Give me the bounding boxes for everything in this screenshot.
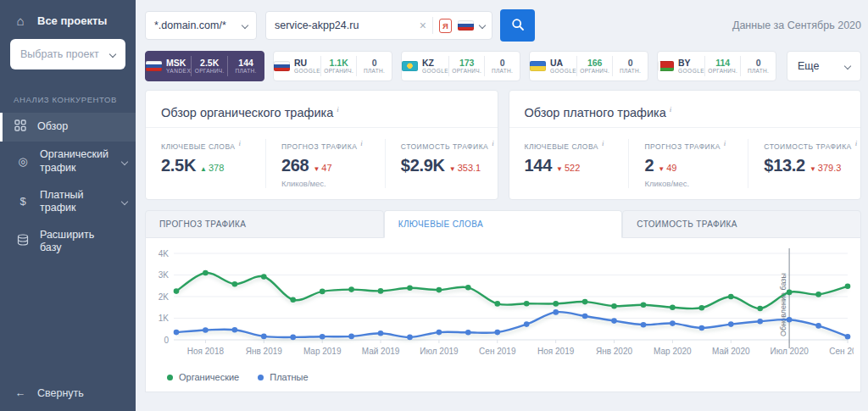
info-icon[interactable]: i bbox=[360, 139, 363, 147]
metric-traffic-cost: СТОИМОСТЬ ТРАФИКАi $2.9K ▼353.1 bbox=[385, 139, 493, 188]
engine-label: GOOGLE bbox=[422, 68, 448, 74]
region-code: KZ bbox=[422, 58, 434, 68]
info-icon[interactable]: i bbox=[602, 139, 604, 147]
legend-label: Платные bbox=[270, 372, 308, 382]
tab-traffic-cost[interactable]: СТОИМОСТЬ ТРАФИКА bbox=[622, 210, 861, 238]
legend-item-paid[interactable]: Платные bbox=[258, 372, 308, 382]
region-card-ua-google[interactable]: UAGOOGLE 166ОРГАНИЧ. 0ПЛАТН. bbox=[529, 51, 648, 81]
svg-text:Янв 2020: Янв 2020 bbox=[596, 347, 633, 356]
region-card-ru-google[interactable]: RUGOOGLE 1.1KОРГАНИЧ. 0ПЛАТН. bbox=[273, 51, 392, 81]
engine-label: YANDEX bbox=[166, 68, 191, 74]
svg-text:Мар 2019: Мар 2019 bbox=[303, 347, 342, 356]
legend-item-organic[interactable]: Органические bbox=[167, 372, 239, 382]
svg-text:Обновление базы: Обновление базы bbox=[779, 273, 787, 336]
organic-count: 166 bbox=[587, 58, 603, 68]
region-card-by-google[interactable]: BYGOOGLE 114ОРГАНИЧ. 0ПЛАТН. bbox=[657, 51, 776, 81]
domain-filter-select[interactable]: *.domain.com/* bbox=[145, 11, 257, 40]
metric-traffic-forecast: ПРОГНОЗ ТРАФИКАi 268 ▼47 Кликов/мес. bbox=[265, 139, 385, 188]
organic-caption: ОРГАНИЧ. bbox=[708, 68, 737, 74]
database-icon bbox=[16, 234, 30, 249]
paid-overview-panel: Обзор платного трафикаi КЛЮЧЕВЫЕ СЛОВАi … bbox=[509, 90, 862, 200]
sidebar-item-organic-traffic[interactable]: ◎ Органический трафик bbox=[0, 142, 136, 181]
panel-title: Обзор органического трафикаi bbox=[146, 91, 498, 128]
info-icon[interactable]: i bbox=[337, 105, 339, 114]
all-projects-link[interactable]: ⌂ Все проекты bbox=[0, 0, 136, 28]
russia-flag-icon bbox=[146, 61, 162, 71]
organic-caption: ОРГАНИЧ. bbox=[324, 68, 353, 74]
search-icon bbox=[511, 18, 525, 34]
svg-text:Янв 2019: Янв 2019 bbox=[246, 347, 283, 356]
organic-count: 173 bbox=[459, 58, 475, 68]
metric-traffic-cost: СТОИМОСТЬ ТРАФИКАi $13.2 ▼379.3 bbox=[748, 139, 856, 188]
arrow-down-icon: ▼ bbox=[313, 165, 320, 173]
svg-text:2K: 2K bbox=[159, 292, 170, 302]
paid-caption: ПЛАТН. bbox=[364, 68, 385, 74]
metric-keywords: КЛЮЧЕВЫЕ СЛОВАi 144 ▼522 bbox=[509, 139, 629, 188]
organic-count: 2.5K bbox=[200, 58, 219, 68]
paid-count: 144 bbox=[238, 58, 253, 68]
info-icon[interactable]: i bbox=[492, 139, 494, 147]
divider bbox=[432, 17, 433, 34]
project-select[interactable]: Выбрать проект bbox=[10, 39, 125, 69]
chevron-down-icon bbox=[121, 198, 128, 205]
organic-overview-panel: Обзор органического трафикаi КЛЮЧЕВЫЕ СЛ… bbox=[145, 90, 498, 200]
sidebar-item-label: Расширить базу bbox=[40, 229, 118, 255]
sidebar: ⌂ Все проекты Выбрать проект АНАЛИЗ КОНК… bbox=[0, 0, 136, 411]
search-button[interactable] bbox=[500, 9, 535, 42]
region-code: UA bbox=[550, 58, 563, 68]
search-input[interactable] bbox=[275, 19, 414, 31]
more-regions-button[interactable]: Еще bbox=[787, 51, 861, 81]
arrow-down-icon: ▼ bbox=[556, 165, 563, 173]
region-card-kz-google[interactable]: KZGOOGLE 173ОРГАНИЧ. 0ПЛАТН. bbox=[401, 51, 520, 81]
info-icon[interactable]: i bbox=[855, 139, 858, 147]
sidebar-item-label: Обзор bbox=[37, 120, 68, 134]
region-card-msk-yandex[interactable]: MSKYANDEX 2.5KОРГАНИЧ. 144ПЛАТН. bbox=[145, 51, 264, 81]
topbar: *.domain.com/* × Я Данные за Сентябрь 20… bbox=[145, 0, 861, 51]
chevron-down-icon bbox=[844, 63, 851, 69]
organic-caption: ОРГАНИЧ. bbox=[580, 68, 609, 74]
svg-text:Мар 2020: Мар 2020 bbox=[654, 347, 692, 356]
back-arrow-icon: ← bbox=[14, 387, 27, 399]
info-icon[interactable]: i bbox=[239, 139, 242, 147]
search-box: × Я bbox=[265, 11, 492, 40]
line-chart[interactable]: 01K2K3K4KНоя 2018Янв 2019Мар 2019Май 201… bbox=[153, 245, 854, 364]
collapse-sidebar-button[interactable]: ← Свернуть bbox=[14, 387, 84, 399]
organic-count: 114 bbox=[715, 58, 730, 68]
info-icon[interactable]: i bbox=[724, 139, 726, 147]
chevron-down-icon[interactable] bbox=[479, 22, 486, 29]
svg-text:Июл 2019: Июл 2019 bbox=[420, 347, 459, 356]
sidebar-item-expand-base[interactable]: Расширить базу bbox=[0, 222, 136, 262]
organic-caption: ОРГАНИЧ. bbox=[195, 68, 225, 74]
engine-label: GOOGLE bbox=[678, 68, 704, 74]
svg-text:Сен 2019: Сен 2019 bbox=[479, 347, 516, 356]
clear-icon[interactable]: × bbox=[420, 19, 426, 32]
tab-traffic-forecast[interactable]: ПРОГНОЗ ТРАФИКА bbox=[145, 210, 384, 238]
chevron-down-icon bbox=[242, 22, 248, 29]
arrow-down-icon: ▼ bbox=[449, 165, 456, 173]
organic-count: 1.1K bbox=[330, 58, 348, 68]
overview-panels: Обзор органического трафикаi КЛЮЧЕВЫЕ СЛ… bbox=[145, 90, 861, 200]
sidebar-item-paid-traffic[interactable]: $ Платный трафик bbox=[0, 182, 136, 222]
russia-flag-icon bbox=[274, 61, 290, 71]
svg-text:0: 0 bbox=[164, 336, 169, 345]
dollar-icon: $ bbox=[16, 195, 30, 208]
info-icon[interactable]: i bbox=[670, 105, 672, 114]
engine-label: GOOGLE bbox=[294, 68, 320, 74]
domain-filter-value: *.domain.com/* bbox=[154, 19, 226, 31]
sidebar-item-label: Органический трафик bbox=[40, 148, 112, 175]
belarus-flag-icon bbox=[658, 61, 674, 71]
chevron-down-icon bbox=[121, 158, 128, 165]
paid-caption: ПЛАТН. bbox=[620, 68, 641, 74]
paid-caption: ПЛАТН. bbox=[748, 68, 769, 74]
home-icon: ⌂ bbox=[14, 14, 27, 28]
svg-text:Май 2019: Май 2019 bbox=[362, 347, 400, 356]
arrow-up-icon: ▲ bbox=[200, 165, 207, 173]
tab-keywords[interactable]: КЛЮЧЕВЫЕ СЛОВА bbox=[384, 210, 623, 238]
engine-label: GOOGLE bbox=[550, 68, 576, 74]
legend-dot-organic bbox=[167, 375, 173, 380]
paid-caption: ПЛАТН. bbox=[492, 68, 513, 74]
sidebar-item-overview[interactable]: Обзор bbox=[0, 113, 136, 142]
russia-flag-icon[interactable] bbox=[458, 20, 474, 31]
keywords-chart-panel: 01K2K3K4KНоя 2018Янв 2019Мар 2019Май 201… bbox=[145, 238, 861, 392]
svg-text:Ноя 2018: Ноя 2018 bbox=[187, 347, 225, 356]
